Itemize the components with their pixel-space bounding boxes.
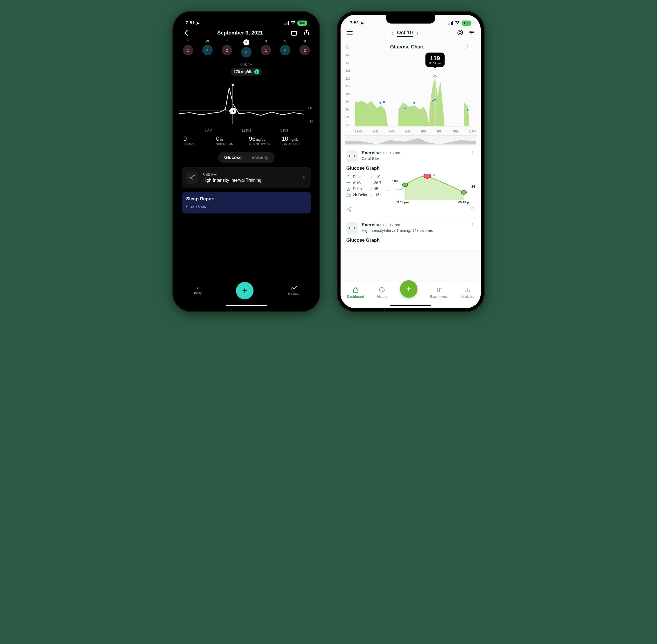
x-axis: 6 AM 12 PM 6 PM [176,129,316,133]
stat-list: ⌃Peak119 〰AUC28.7 △Delta35 2h2h Delta-16 [346,174,381,204]
svg-point-16 [461,190,467,194]
day-picker[interactable]: T1 W✓ T2 F✓ S1 S✓ M2 [176,40,316,60]
settings-sliders-icon[interactable] [469,29,475,37]
mini-glucose-graph[interactable]: 100 119 84 03:18 pm 05:18 pm [387,174,475,204]
svg-rect-21 [354,227,355,229]
more-icon[interactable]: ⋯ [470,223,475,227]
sleep-report-card[interactable]: Sleep Report 9 HR 16 MIN [182,192,311,213]
svg-point-4 [458,30,462,35]
svg-rect-20 [349,227,350,229]
more-icon[interactable]: ⋯ [470,151,475,156]
y-tick: 110 [308,106,313,110]
svg-point-7 [472,32,473,33]
heart-icon[interactable]: ♡ [303,175,307,180]
location-icon: ➤ [360,21,364,26]
wifi-icon [455,20,460,26]
battery-pill: 100 [461,21,471,26]
reading-dot[interactable] [431,99,434,102]
glucose-chart[interactable]: 9:45 AM 176 mg/dL + 110 70 6 AM 12 PM 6 … [176,60,316,134]
tab-bar: Dashboard History + Experiments Analytic… [341,282,481,308]
day-dot[interactable]: ✓ [241,47,252,58]
mini-graph-title: Glucose Graph [346,237,475,243]
info-icon[interactable]: ⓘ [346,44,350,50]
status-bar: 7:51 ➤ 100 [176,15,316,28]
reading-dot[interactable] [404,107,406,110]
status-time: 7:51 [350,20,359,26]
svg-point-8 [471,33,472,34]
cell-signal-icon [284,21,289,25]
cursor-time: 9:45 AM [182,63,311,67]
svg-point-26 [440,288,441,289]
tab-my-data[interactable]: My Data [288,286,299,295]
segmented-control[interactable]: Glucose Stability [218,152,274,163]
tab-experiments[interactable]: Experiments [430,287,448,299]
clock-icon [379,287,385,294]
share-icon[interactable] [346,207,352,213]
activity-title: High Intensity Interval Training [203,178,298,183]
back-button[interactable] [183,29,189,36]
metric-spike-time: 0m SPIKE TIME [216,135,244,146]
home-indicator[interactable] [390,305,431,306]
sun-icon: ☀ [196,286,199,290]
tab-today[interactable]: ☀ Today [194,286,202,295]
reading-dot[interactable] [413,101,415,104]
tab-dashboard[interactable]: Dashboard [347,287,364,299]
day-dot[interactable]: ✓ [202,45,213,55]
y-tick: 70 [310,120,313,124]
location-icon: ➤ [196,21,200,26]
chevron-down-icon[interactable]: ⌄ [472,44,475,49]
calendar-icon[interactable] [291,29,297,36]
glucose-area-chart[interactable]: 144136 128120 112104 9688 8072 119 [341,52,481,145]
share-icon[interactable] [303,29,310,36]
cursor-line [232,86,233,124]
svg-rect-10 [354,155,355,157]
next-day-button[interactable]: › [417,30,418,36]
svg-point-18 [350,207,351,208]
activity-card[interactable]: 8:40 AM High Intensity Interval Training… [182,167,311,188]
cell-signal-icon [448,21,453,25]
segment-glucose[interactable]: Glucose [219,153,246,162]
day-dot[interactable]: ✓ [280,45,291,55]
exercise-card[interactable]: Exercise 3:17 pm HighIntensityIntervalTr… [341,218,481,250]
heart-icon[interactable]: ♡ [471,207,475,213]
svg-point-14 [403,183,408,187]
dumbbell-icon [346,150,358,162]
reading-dot[interactable] [379,101,382,104]
exercise-card[interactable]: Exercise 3:18 pm Carol Bike ⋯ Glucose Gr… [341,145,481,218]
add-button[interactable]: + [400,280,417,298]
segment-stability[interactable]: Stability [246,153,273,162]
dumbbell-icon [186,171,198,184]
dumbbell-icon [346,222,358,234]
time-brush[interactable] [345,135,476,144]
glucose-line-plot [179,88,304,125]
cursor-value-pill[interactable]: 176 mg/dL + [231,68,262,75]
tab-analytics[interactable]: Analytics [461,287,474,299]
sleep-title: Sleep Report [186,196,307,202]
add-event-icon[interactable]: + [254,69,259,74]
svg-point-6 [470,31,471,32]
day-dot[interactable]: 2 [299,45,310,55]
value-callout: 119 03:54 pm [425,52,445,67]
y-axis: 144136 128120 112104 9688 8072 [345,54,350,127]
svg-point-25 [439,290,440,291]
svg-rect-11 [350,156,354,156]
x-axis: 12AM3AM 6AM9AM 1PM4PM 7PM11PM [355,130,476,133]
status-bar: 7:51 ➤ 100 [341,15,481,28]
day-dot[interactable]: 1 [183,45,193,55]
cursor-drag-handle[interactable] [229,108,236,114]
tab-history[interactable]: History [377,287,387,299]
status-time: 7:51 [186,20,195,26]
day-dot[interactable]: 2 [222,45,232,55]
menu-button[interactable] [346,31,353,35]
prev-day-button[interactable]: ‹ [391,30,393,36]
reading-dot[interactable] [434,98,436,101]
add-button[interactable]: + [236,282,253,299]
battery-pill: 100 [297,21,307,26]
day-dot[interactable]: 1 [260,45,271,55]
expand-icon[interactable]: ⛶ [463,44,468,49]
date-label[interactable]: Oct 10 [397,29,413,37]
target-icon[interactable] [457,29,463,37]
mini-graph-title: Glucose Graph [346,166,475,171]
page-title: September 3, 2021 [217,30,263,36]
home-indicator[interactable] [226,305,267,306]
